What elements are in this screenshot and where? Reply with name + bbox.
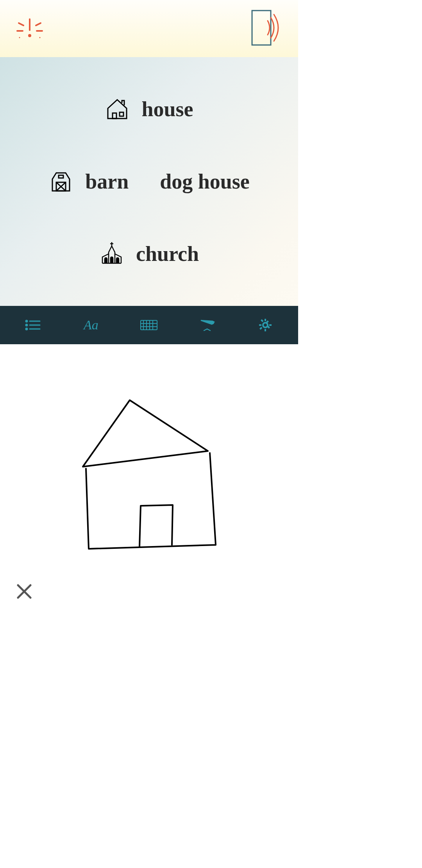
svg-rect-9 xyxy=(113,113,116,119)
svg-point-1 xyxy=(29,35,30,36)
svg-rect-10 xyxy=(120,112,123,116)
svg-point-7 xyxy=(39,37,41,38)
svg-point-17 xyxy=(26,324,27,326)
house-icon xyxy=(105,96,130,122)
svg-point-19 xyxy=(26,328,27,330)
settings-button[interactable] xyxy=(250,318,281,332)
alert-icon[interactable] xyxy=(16,16,44,41)
suggestion-row-1: house xyxy=(0,96,298,122)
svg-rect-8 xyxy=(252,11,271,45)
handwriting-icon: Aa xyxy=(84,318,98,332)
suggestion-label: church xyxy=(136,242,199,266)
list-button[interactable] xyxy=(17,319,48,331)
handwriting-button[interactable]: Aa xyxy=(75,318,107,332)
suggestion-label: barn xyxy=(85,169,129,194)
suggestions-panel: house barn dog house xyxy=(0,57,298,306)
header xyxy=(0,0,298,57)
svg-line-3 xyxy=(36,23,41,25)
church-icon xyxy=(99,241,124,267)
suggestion-barn[interactable]: barn xyxy=(48,168,129,195)
svg-point-6 xyxy=(19,37,20,38)
pen-button[interactable] xyxy=(191,317,223,333)
toolbar: Aa xyxy=(0,306,298,344)
svg-point-15 xyxy=(26,320,27,322)
suggestion-dog-house[interactable]: dog house xyxy=(160,169,250,194)
user-drawing xyxy=(71,388,227,553)
barn-icon xyxy=(48,168,73,195)
suggestion-row-2: barn dog house xyxy=(0,168,298,195)
svg-line-2 xyxy=(19,23,23,25)
drawing-canvas[interactable] xyxy=(0,344,298,613)
suggestion-church[interactable]: church xyxy=(99,241,199,267)
keyboard-button[interactable] xyxy=(133,320,165,330)
suggestion-label: dog house xyxy=(160,169,250,194)
svg-rect-11 xyxy=(59,175,63,178)
suggestion-house[interactable]: house xyxy=(105,96,193,122)
clear-button[interactable] xyxy=(16,583,33,602)
suggestion-label: house xyxy=(141,97,193,121)
speaker-button[interactable] xyxy=(251,8,286,49)
suggestion-row-3: church xyxy=(0,241,298,267)
